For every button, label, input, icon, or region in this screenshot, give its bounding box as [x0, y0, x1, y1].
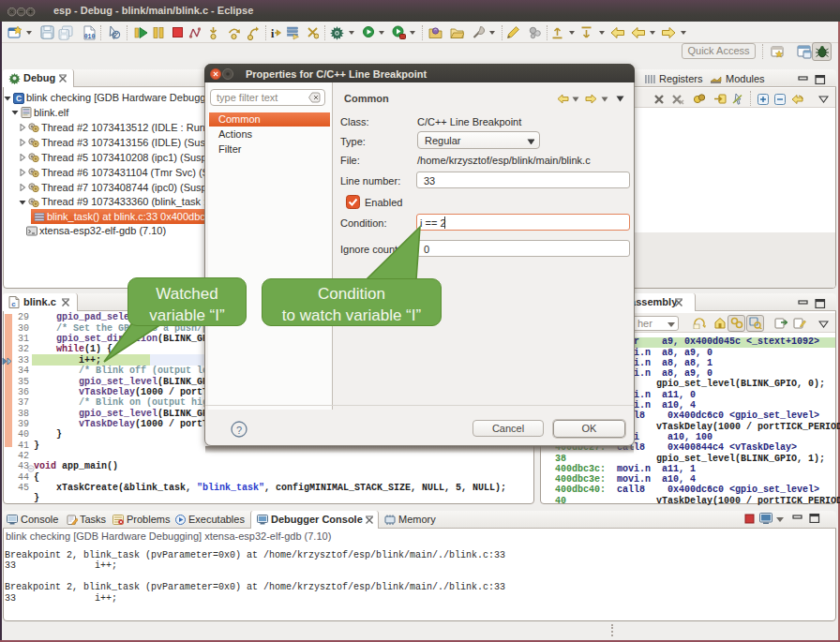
svg-text:C: C [16, 94, 22, 103]
svg-text:c: c [11, 300, 16, 308]
svg-text:i: i [271, 27, 275, 40]
svg-text:?: ? [236, 425, 242, 436]
svg-text:010: 010 [84, 34, 96, 40]
